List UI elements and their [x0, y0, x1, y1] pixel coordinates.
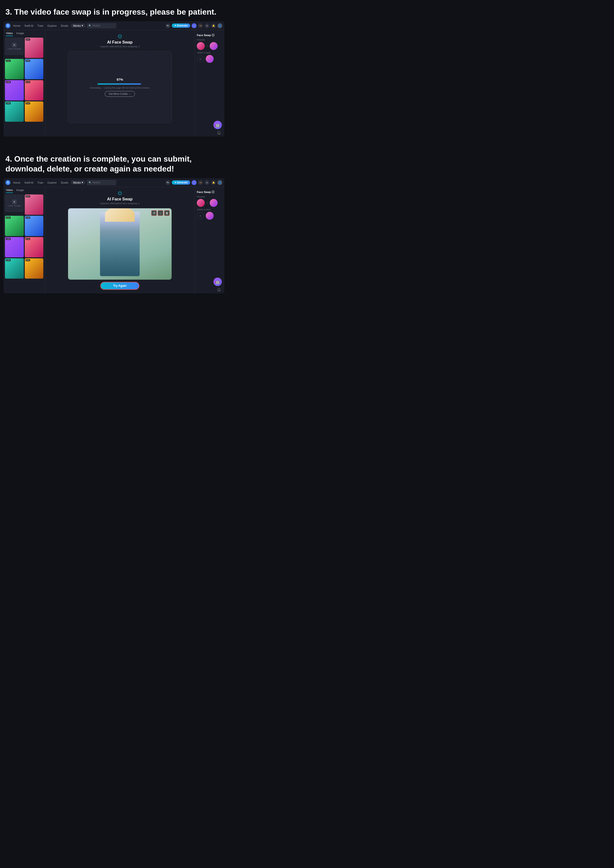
process-row-1: →	[197, 42, 222, 50]
navbar-2: S Home Swift AI Train Explore Studio Wor…	[3, 178, 224, 187]
regenerate-icon[interactable]: ↺	[151, 210, 157, 216]
thumb-badge-1-1: 0:07	[25, 38, 30, 40]
nav-vip-2[interactable]: Vip	[198, 180, 203, 185]
nav-explore-1[interactable]: Explore	[46, 24, 58, 28]
face-swap-icon-1: ⊙	[118, 33, 122, 40]
thumb-badge-3-2: 0:08	[25, 217, 30, 219]
source-avatar-1	[197, 42, 205, 50]
nav-discord-1[interactable]: D	[192, 23, 197, 28]
thumb-7-1[interactable]: 0:10	[25, 101, 44, 122]
nav-home-2[interactable]: Home	[12, 181, 22, 184]
nav-grid-2[interactable]: ⊞	[205, 180, 210, 185]
main-area-1: ⊙ AI Face Swap Supports videos/photo fac…	[45, 30, 194, 136]
nav-bell-1[interactable]: 🔔	[211, 23, 216, 28]
browser-window-2: S Home Swift AI Train Explore Studio Wor…	[3, 178, 224, 293]
progress-bar-fill-1	[98, 84, 141, 85]
thumb-4-1[interactable]: 0:08	[5, 80, 24, 101]
section4-heading: 4. Once the creation is complete, you ca…	[0, 147, 228, 178]
custom-template-1[interactable]: + Custom Template	[5, 37, 24, 55]
nav-train-2[interactable]: Train	[36, 181, 45, 184]
nav-explore-2[interactable]: Explore	[46, 181, 58, 184]
thumb-badge-6-1: 0:09	[6, 102, 11, 104]
thumb-badge-2-1: 0:10	[6, 60, 11, 62]
tab-video-1[interactable]: Video	[6, 32, 13, 36]
panel-process-label-1: Process	[197, 39, 222, 41]
nav-studio-2[interactable]: Studio	[59, 181, 70, 184]
floating-bot-2[interactable]: 🤖	[213, 277, 222, 286]
thumb-badge-5-2: 0:10	[25, 238, 30, 240]
nav-home-1[interactable]: Home	[12, 24, 22, 28]
thumb-2-2[interactable]: 0:10	[5, 216, 24, 236]
nav-camera-1[interactable]: 📷	[165, 23, 170, 28]
nav-logo-2: S	[5, 180, 10, 185]
face-option-2[interactable]	[206, 212, 214, 220]
nav-studio-1[interactable]: Studio	[59, 24, 70, 28]
progress-container-1: 97% Generating… Leaving this page will n…	[90, 78, 150, 97]
nav-camera-2[interactable]: 📷	[165, 180, 170, 185]
nav-search-2[interactable]: 🔍 Search	[87, 180, 117, 185]
headphone-icon-2[interactable]: 🎧	[217, 288, 221, 291]
nav-works-1[interactable]: Works ▾	[71, 23, 85, 28]
face-option-1[interactable]	[206, 55, 214, 63]
target-avatar-2	[210, 199, 218, 207]
custom-template-label-2: Custom Template	[8, 205, 21, 207]
thumb-badge-7-1: 0:10	[25, 102, 30, 104]
thumb-badge-4-2: 0:08	[6, 238, 11, 240]
add-face-btn-1[interactable]: +	[197, 56, 204, 62]
delete-icon[interactable]: 🗑	[164, 210, 169, 216]
nav-avatar-2[interactable]: 👤	[218, 180, 222, 185]
thumb-badge-2-2: 0:10	[6, 217, 11, 219]
tab-video-2[interactable]: Video	[6, 189, 13, 193]
process-row-2: →	[197, 199, 222, 207]
thumb-6-1[interactable]: 0:09	[5, 101, 24, 122]
arrow-icon-1: →	[206, 44, 209, 48]
thumb-5-2[interactable]: 0:10	[25, 237, 44, 257]
face-swap-title-1: AI Face Swap	[107, 40, 132, 45]
app-content-2: Video Image + Custom Template 0:07 0:10 …	[3, 187, 224, 293]
select-face-row-1: +	[197, 55, 222, 63]
thumb-1-2[interactable]: 0:07	[25, 194, 44, 215]
result-image-container: ↺ ↓ 🗑	[68, 208, 172, 280]
progress-note-1: Generating… Leaving this page will not i…	[90, 87, 150, 89]
result-image-placeholder	[68, 208, 172, 280]
nav-search-1[interactable]: 🔍 Search	[87, 23, 117, 28]
try-again-btn[interactable]: Try Again	[100, 282, 139, 290]
nav-swiftai-2[interactable]: Swift AI	[23, 181, 35, 184]
tab-image-1[interactable]: Image	[16, 32, 24, 36]
nav-vip-1[interactable]: Vip	[198, 23, 203, 28]
nav-swiftai-1[interactable]: Swift AI	[23, 24, 35, 28]
panel-process-label-2: Process	[197, 195, 222, 198]
custom-template-2[interactable]: + Custom Template	[5, 194, 24, 212]
nav-generate-btn-2[interactable]: ✦ Generate	[172, 180, 190, 184]
download-icon[interactable]: ↓	[158, 210, 163, 216]
thumb-3-2[interactable]: 0:08	[25, 216, 44, 236]
face-swap-subtitle-1: Supports videos/photo face swapping ⓘ	[100, 45, 140, 48]
thumb-5-1[interactable]: 0:10	[25, 80, 44, 101]
tab-image-2[interactable]: Image	[16, 189, 24, 193]
arrow-icon-2: →	[206, 201, 209, 205]
floating-bot-1[interactable]: 🤖	[213, 121, 222, 129]
thumb-7-2[interactable]: 0:10	[25, 258, 44, 279]
nav-avatar-1[interactable]: 👤	[218, 23, 222, 28]
nav-grid-1[interactable]: ⊞	[205, 23, 210, 28]
thumb-badge-3-1: 0:08	[25, 60, 30, 62]
nav-train-1[interactable]: Train	[36, 24, 45, 28]
get-credits-btn-1[interactable]: Get More Credits →	[105, 91, 135, 97]
nav-bell-2[interactable]: 🔔	[211, 180, 216, 185]
thumb-4-2[interactable]: 0:08	[5, 237, 24, 257]
nav-search-placeholder-2: Search	[92, 181, 100, 184]
add-face-btn-2[interactable]: +	[197, 212, 204, 219]
tab-row-1: Video Image	[3, 30, 45, 36]
nav-generate-btn-1[interactable]: ✦ Generate	[172, 23, 190, 28]
panel-title-2: Face Swap ⓘ	[197, 191, 215, 194]
thumb-6-2[interactable]: 0:09	[5, 258, 24, 279]
custom-template-label-1: Custom Template	[8, 48, 21, 50]
thumb-3-1[interactable]: 0:08	[25, 59, 44, 79]
thumb-1-1[interactable]: 0:07	[25, 37, 44, 58]
nav-works-2[interactable]: Works ▾	[71, 180, 85, 184]
main-area-2: ⊙ AI Face Swap Supports videos/photo fac…	[45, 187, 194, 293]
headphone-icon-1[interactable]: 🎧	[217, 131, 221, 135]
thumb-2-1[interactable]: 0:10	[5, 59, 24, 79]
nav-discord-2[interactable]: D	[192, 180, 197, 185]
face-swap-subtitle-2: Supports videos/photo face swapping ⓘ	[100, 202, 140, 205]
